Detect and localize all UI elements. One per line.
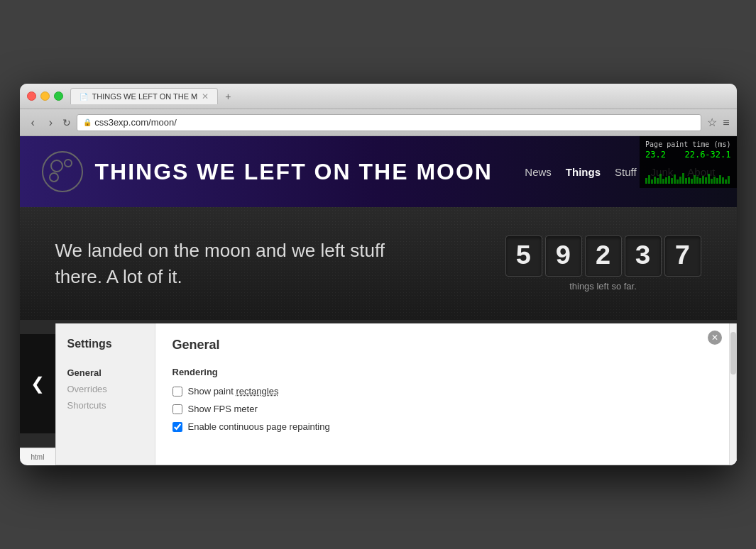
settings-option-paint-rects: Show paint rectangles [172,386,712,396]
tab-bar: 📄 THINGS WE LEFT ON THE M ✕ + [70,88,730,104]
address-bar[interactable]: 🔒 css3exp.com/moon/ [77,114,701,131]
checkbox-continuous[interactable] [172,422,182,432]
breadcrumb-html[interactable]: html [27,452,49,462]
scrollbar-thumb[interactable] [730,332,736,375]
carousel-prev-button[interactable]: ❮ [20,334,55,433]
checkbox-paint-rects[interactable] [172,387,182,396]
active-tab[interactable]: 📄 THINGS WE LEFT ON THE M ✕ [70,88,219,104]
settings-option-fps: Show FPS meter [172,404,712,414]
hero-section: We landed on the moon and we left stuff … [20,207,737,320]
settings-sidebar-title: Settings [67,338,143,350]
settings-overlay-wrapper: Settings General Overrides Shortcuts ✕ G… [20,448,737,465]
toolbar: ‹ › ↻ 🔒 css3exp.com/moon/ ☆ ≡ [20,109,737,136]
settings-panel: Settings General Overrides Shortcuts ✕ G… [55,323,737,465]
site-logo: THINGS WE LEFT ON THE MOON [41,150,493,193]
hero-text: We landed on the moon and we left stuff … [55,238,410,289]
close-tab-button[interactable]: ✕ [202,92,209,101]
perf-range: 22.6-32.1 [684,150,730,160]
digit-2: 9 [545,235,582,277]
menu-button[interactable]: ≡ [723,116,729,129]
settings-main: ✕ General Rendering Show paint rectangle… [155,323,729,465]
label-continuous: Enable continuous page repainting [188,421,330,432]
page-icon: 📄 [80,93,88,101]
title-bar: 📄 THINGS WE LEFT ON THE M ✕ + [20,84,737,109]
close-button[interactable] [27,92,36,101]
svg-point-3 [50,173,58,182]
settings-nav-overrides[interactable]: Overrides [67,381,143,397]
scrollbar[interactable] [729,323,736,465]
settings-rendering-title: Rendering [172,367,712,377]
counter-label: things left so far. [569,281,637,292]
maximize-button[interactable] [54,92,63,101]
settings-sidebar: Settings General Overrides Shortcuts [56,323,155,465]
tab-title: THINGS WE LEFT ON THE M [92,92,198,101]
label-fps: Show FPS meter [188,404,258,414]
site-header: THINGS WE LEFT ON THE MOON News Things S… [20,136,737,207]
url-text: css3exp.com/moon/ [94,117,177,128]
counter-area: 5 9 2 3 7 things left so far. [505,235,701,292]
browser-window: 📄 THINGS WE LEFT ON THE M ✕ + ‹ › ↻ 🔒 cs… [20,84,737,465]
digit-5: 7 [664,235,701,277]
perf-chart [645,162,730,184]
checkbox-fps[interactable] [172,404,182,414]
nav-stuff[interactable]: Stuff [615,166,637,178]
performance-overlay: Page paint time (ms) 23.2 22.6-32.1 [640,136,736,188]
minimize-button[interactable] [40,92,50,101]
back-button[interactable]: ‹ [27,113,39,132]
close-settings-button[interactable]: ✕ [708,331,722,345]
nav-things[interactable]: Things [566,166,601,178]
svg-point-0 [43,152,82,192]
label-paint-rects: Show paint rectangles [188,386,279,396]
bookmark-button[interactable]: ☆ [707,116,717,129]
digit-4: 3 [625,235,662,277]
perf-title: Page paint time (ms) [645,140,730,148]
settings-nav-shortcuts[interactable]: Shortcuts [67,397,143,414]
traffic-lights [27,92,63,101]
lock-icon: 🔒 [83,118,92,126]
perf-value: 23.2 [645,150,666,160]
moon-logo-icon [41,150,84,193]
svg-point-2 [65,160,72,167]
svg-point-1 [51,160,62,172]
nav-news[interactable]: News [525,166,552,178]
reload-button[interactable]: ↻ [62,117,71,128]
counter-digits: 5 9 2 3 7 [505,235,701,277]
settings-option-continuous: Enable continuous page repainting [172,421,712,432]
new-tab-button[interactable]: + [221,89,235,104]
forward-button[interactable]: › [45,113,57,132]
page-content: THINGS WE LEFT ON THE MOON News Things S… [20,136,737,465]
settings-section-title: General [172,338,712,353]
digit-1: 5 [505,235,542,277]
digit-3: 2 [585,235,622,277]
settings-nav-general[interactable]: General [67,365,143,381]
site-title: THINGS WE LEFT ON THE MOON [95,159,493,185]
